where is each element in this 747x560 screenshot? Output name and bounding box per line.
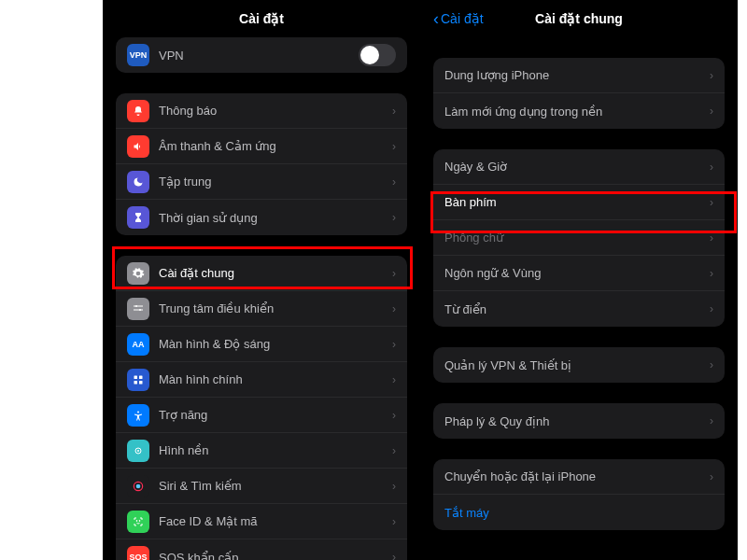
row-wallpaper[interactable]: Hình nền ›: [116, 433, 407, 469]
row-keyboard[interactable]: Bàn phím ›: [433, 185, 725, 220]
row-label: Dung lượng iPhone: [444, 68, 710, 82]
row-accessibility[interactable]: Trợ năng ›: [116, 398, 407, 433]
chevron-right-icon: ›: [710, 69, 713, 82]
row-datetime[interactable]: Ngày & Giờ ›: [433, 149, 725, 185]
nav-bar: ‹ Cài đặt Cài đặt chung: [420, 0, 738, 37]
chevron-right-icon: ›: [392, 373, 396, 386]
chevron-right-icon: ›: [710, 470, 713, 483]
chevron-right-icon: ›: [392, 480, 396, 493]
sound-icon: [127, 135, 149, 158]
chevron-right-icon: ›: [392, 211, 396, 224]
row-label: Từ điển: [444, 302, 710, 316]
row-sound[interactable]: Âm thanh & Cảm ứng ›: [116, 129, 407, 164]
chevron-right-icon: ›: [710, 196, 713, 209]
nav-title: Cài đặt chung: [535, 11, 623, 26]
row-fonts[interactable]: Phông chữ ›: [433, 220, 725, 256]
row-label: Trung tâm điều khiển: [159, 301, 392, 315]
row-label: Làm mới ứng dụng trong nền: [444, 105, 710, 119]
row-label: Phông chữ: [444, 231, 710, 245]
row-focus[interactable]: Tập trung ›: [116, 164, 407, 200]
row-language[interactable]: Ngôn ngữ & Vùng ›: [433, 256, 725, 291]
chevron-right-icon: ›: [392, 409, 396, 422]
settings-screen-left: Cài đặt VPN VPN Thông báo › Âm thanh &: [103, 0, 420, 560]
chevron-right-icon: ›: [710, 161, 713, 174]
row-control-center[interactable]: Trung tâm điều khiển ›: [116, 291, 407, 327]
row-vpn-device[interactable]: Quản lý VPN & Thiết bị ›: [433, 347, 725, 383]
svg-point-13: [136, 520, 137, 521]
chevron-right-icon: ›: [392, 551, 396, 560]
nav-title: Cài đặt: [239, 11, 284, 26]
row-vpn[interactable]: VPN VPN: [116, 37, 407, 73]
row-label: Tập trung: [159, 175, 392, 189]
chevron-right-icon: ›: [392, 267, 396, 280]
back-label: Cài đặt: [441, 11, 484, 26]
chevron-right-icon: ›: [392, 444, 396, 457]
vpn-toggle[interactable]: [359, 44, 396, 66]
row-homescreen[interactable]: Màn hình chính ›: [116, 362, 407, 398]
sos-icon: SOS: [127, 546, 149, 560]
accessibility-icon: [127, 404, 149, 427]
svg-point-10: [137, 450, 139, 452]
row-label: Tắt máy: [444, 506, 713, 520]
chevron-right-icon: ›: [710, 105, 713, 118]
row-transfer-reset[interactable]: Chuyển hoặc đặt lại iPhone ›: [433, 459, 725, 495]
row-label: Thời gian sử dụng: [159, 211, 392, 225]
row-siri[interactable]: Siri & Tìm kiếm ›: [116, 469, 407, 504]
row-legal[interactable]: Pháp lý & Quy định ›: [433, 403, 725, 439]
bell-icon: [127, 100, 149, 122]
row-notifications[interactable]: Thông báo ›: [116, 93, 407, 129]
svg-rect-3: [134, 309, 143, 310]
row-label: Trợ năng: [159, 408, 392, 422]
row-label: Thông báo: [159, 104, 392, 118]
chevron-right-icon: ›: [392, 175, 396, 189]
chevron-right-icon: ›: [392, 140, 396, 153]
back-button[interactable]: ‹ Cài đặt: [433, 9, 484, 29]
row-label: Ngày & Giờ: [444, 160, 710, 174]
display-icon: AA: [127, 333, 149, 356]
row-storage[interactable]: Dung lượng iPhone ›: [433, 58, 725, 93]
chevron-right-icon: ›: [392, 338, 396, 351]
row-bg-refresh[interactable]: Làm mới ứng dụng trong nền ›: [433, 93, 725, 129]
chevron-right-icon: ›: [710, 231, 713, 245]
row-label: Chuyển hoặc đặt lại iPhone: [444, 469, 710, 483]
svg-rect-6: [134, 381, 138, 385]
wallpaper-icon: [127, 440, 149, 462]
svg-point-8: [137, 411, 139, 413]
row-label: Hình nền: [159, 443, 392, 457]
row-label: Siri & Tìm kiếm: [159, 479, 392, 493]
faceid-icon: [127, 511, 149, 533]
row-dictionary[interactable]: Từ điển ›: [433, 291, 725, 327]
vpn-icon: VPN: [127, 44, 149, 66]
svg-rect-7: [139, 381, 143, 385]
svg-rect-1: [134, 305, 143, 306]
row-shutdown[interactable]: Tắt máy: [433, 495, 725, 530]
row-label: Âm thanh & Cảm ứng: [159, 139, 392, 153]
svg-point-12: [136, 483, 141, 488]
grid-icon: [127, 369, 149, 391]
row-label: Face ID & Mật mã: [159, 514, 392, 528]
row-display[interactable]: AA Màn hình & Độ sáng ›: [116, 327, 407, 362]
hourglass-icon: [127, 206, 149, 229]
chevron-left-icon: ‹: [433, 9, 439, 29]
row-label: Ngôn ngữ & Vùng: [444, 266, 710, 280]
chevron-right-icon: ›: [710, 414, 713, 427]
row-screentime[interactable]: Thời gian sử dụng ›: [116, 200, 407, 235]
general-list: Dung lượng iPhone › Làm mới ứng dụng tro…: [420, 37, 738, 530]
svg-point-14: [139, 520, 140, 521]
chevron-right-icon: ›: [392, 302, 396, 315]
nav-bar: Cài đặt: [103, 0, 420, 37]
row-faceid[interactable]: Face ID & Mật mã ›: [116, 504, 407, 539]
gear-icon: [127, 262, 149, 285]
chevron-right-icon: ›: [392, 105, 396, 118]
row-label: Pháp lý & Quy định: [444, 414, 710, 428]
row-sos[interactable]: SOS SOS khẩn cấp ›: [116, 539, 407, 560]
row-label: Quản lý VPN & Thiết bị: [444, 358, 710, 372]
chevron-right-icon: ›: [710, 267, 713, 280]
moon-icon: [127, 171, 149, 193]
chevron-right-icon: ›: [710, 302, 713, 315]
settings-list-left: VPN VPN Thông báo › Âm thanh & Cảm ứng ›: [103, 37, 420, 560]
general-screen-right: ‹ Cài đặt Cài đặt chung Dung lượng iPhon…: [420, 0, 738, 560]
svg-rect-4: [134, 375, 138, 379]
row-label: Màn hình & Độ sáng: [159, 337, 392, 351]
row-general[interactable]: Cài đặt chung ›: [116, 256, 407, 291]
